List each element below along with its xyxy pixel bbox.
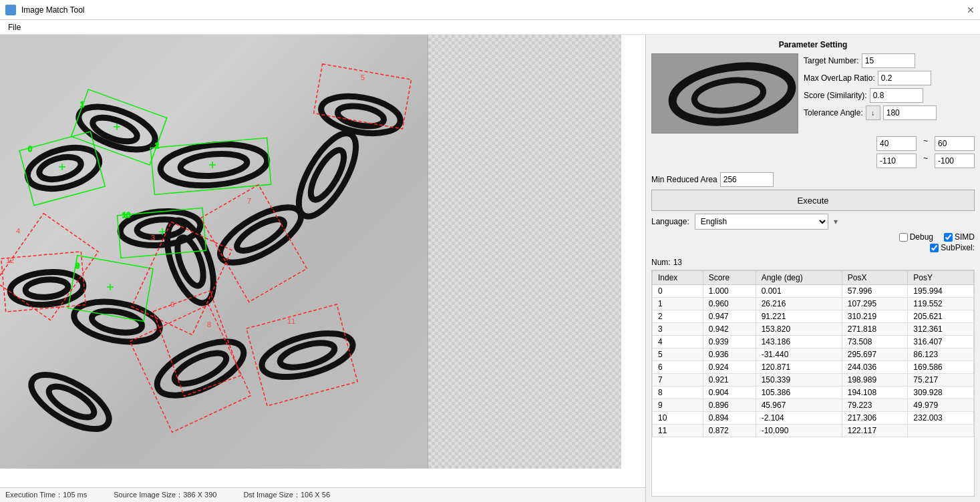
table-row: 110.872-10.090122.117 bbox=[653, 425, 974, 437]
simd-checkbox[interactable] bbox=[944, 233, 953, 242]
angle-ranges2: ~ bbox=[651, 154, 975, 168]
table-cell: 0.001 bbox=[756, 285, 842, 298]
col-score: Score bbox=[703, 271, 756, 285]
image-panels: 0 1 2 9 bbox=[0, 35, 645, 487]
table-cell: 86.123 bbox=[908, 348, 974, 361]
svg-text:0: 0 bbox=[28, 145, 32, 153]
table-cell: 0.894 bbox=[703, 412, 756, 425]
title-bar-left: Image Match Tool bbox=[5, 5, 85, 15]
svg-text:5: 5 bbox=[361, 73, 365, 81]
language-row: Language: English Chinese Japanese ▾ bbox=[651, 214, 975, 230]
subpixel-checkbox-item: SubPixel: bbox=[930, 243, 975, 252]
svg-point-17 bbox=[170, 347, 230, 391]
subpixel-checkbox[interactable] bbox=[930, 244, 939, 252]
table-cell: 9 bbox=[653, 399, 703, 412]
svg-point-24 bbox=[9, 269, 85, 307]
table-row: 20.94791.221310.219205.621 bbox=[653, 310, 974, 323]
table-cell: -31.440 bbox=[756, 348, 842, 361]
svg-text:4: 4 bbox=[16, 227, 20, 235]
status-bar: Execution Time：105 ms Source Image Size：… bbox=[0, 487, 645, 502]
table-cell: 195.994 bbox=[908, 285, 974, 298]
image-overlay: 0 1 2 9 bbox=[0, 35, 428, 469]
max-overlap-row: Max OverLap Ratio: bbox=[804, 71, 975, 85]
close-button[interactable]: ✕ bbox=[967, 5, 975, 15]
table-cell: 8 bbox=[653, 387, 703, 399]
table-cell: 5 bbox=[653, 348, 703, 361]
table-cell: 7 bbox=[653, 374, 703, 387]
results-table-container[interactable]: Index Score Angle (deg) PosX PosY 01.000… bbox=[651, 270, 975, 497]
table-row: 100.894-2.104217.306232.003 bbox=[653, 412, 974, 425]
angle-range2-min[interactable] bbox=[876, 154, 917, 168]
language-label: Language: bbox=[651, 217, 689, 226]
svg-text:2: 2 bbox=[155, 142, 159, 150]
menu-bar: File bbox=[0, 20, 980, 35]
col-index: Index bbox=[653, 271, 703, 285]
angle-range1-max[interactable] bbox=[935, 136, 975, 151]
score-label: Score (Similarity): bbox=[804, 91, 867, 100]
table-row: 70.921150.339198.98975.217 bbox=[653, 374, 974, 387]
window-title: Image Match Tool bbox=[21, 5, 85, 15]
subpixel-label: SubPixel: bbox=[941, 243, 975, 252]
svg-point-25 bbox=[25, 278, 69, 298]
svg-text:6: 6 bbox=[170, 300, 174, 308]
table-cell: 49.979 bbox=[908, 399, 974, 412]
tolerance-arrow-button[interactable]: ↓ bbox=[866, 105, 880, 120]
max-overlap-input[interactable] bbox=[878, 71, 931, 85]
param-title: Parameter Setting bbox=[651, 40, 975, 49]
table-cell: 0.872 bbox=[703, 425, 756, 437]
angle-range1-min[interactable] bbox=[876, 136, 917, 151]
execute-button[interactable]: Execute bbox=[651, 190, 975, 211]
target-number-input[interactable] bbox=[862, 53, 915, 68]
svg-text:8: 8 bbox=[207, 320, 211, 328]
col-posy: PosY bbox=[908, 271, 974, 285]
score-row: Score (Similarity): bbox=[804, 88, 975, 103]
source-image-panel: 0 1 2 9 bbox=[0, 35, 428, 469]
svg-point-19 bbox=[90, 308, 144, 336]
table-cell: 271.818 bbox=[842, 323, 908, 336]
file-menu[interactable]: File bbox=[3, 21, 26, 33]
simd-label: SIMD bbox=[955, 232, 975, 242]
score-input[interactable] bbox=[870, 88, 923, 103]
table-cell: 232.003 bbox=[908, 412, 974, 425]
table-cell: 310.219 bbox=[842, 310, 908, 323]
dst-size: Dst Image Size：106 X 56 bbox=[243, 490, 330, 500]
table-cell: 0.942 bbox=[703, 323, 756, 336]
min-reduced-input[interactable] bbox=[720, 172, 774, 187]
svg-point-15 bbox=[232, 214, 288, 256]
param-top-area: Target Number: Max OverLap Ratio: Score … bbox=[651, 53, 975, 134]
debug-label: Debug bbox=[910, 232, 933, 242]
svg-text:11: 11 bbox=[287, 317, 295, 325]
table-cell: 150.339 bbox=[756, 374, 842, 387]
table-cell: 205.621 bbox=[908, 310, 974, 323]
table-cell: 0.960 bbox=[703, 298, 756, 310]
execution-time: Execution Time：105 ms bbox=[5, 490, 87, 500]
table-cell: 217.306 bbox=[842, 412, 908, 425]
svg-text:3: 3 bbox=[151, 234, 155, 242]
svg-point-10 bbox=[318, 91, 403, 139]
parameter-section: Parameter Setting Target Number: bbox=[651, 40, 975, 252]
table-cell: 316.407 bbox=[908, 336, 974, 348]
tolerance-input[interactable] bbox=[883, 105, 937, 120]
svg-text:10: 10 bbox=[122, 211, 130, 219]
table-cell: 169.586 bbox=[908, 361, 974, 374]
svg-text:7: 7 bbox=[247, 197, 251, 205]
num-label: Num: bbox=[651, 258, 671, 267]
table-cell: 11 bbox=[653, 425, 703, 437]
main-content: 0 1 2 9 bbox=[0, 35, 980, 502]
table-cell: 0.904 bbox=[703, 387, 756, 399]
table-cell: 2 bbox=[653, 310, 703, 323]
debug-checkbox-item: Debug bbox=[899, 232, 933, 242]
param-fields: Target Number: Max OverLap Ratio: Score … bbox=[804, 53, 975, 134]
language-select[interactable]: English Chinese Japanese bbox=[695, 214, 828, 230]
table-cell: 26.216 bbox=[756, 298, 842, 310]
svg-text:9: 9 bbox=[75, 262, 79, 270]
table-cell: 309.928 bbox=[908, 387, 974, 399]
table-cell bbox=[908, 425, 974, 437]
angle-range2-max[interactable] bbox=[935, 154, 975, 168]
title-bar: Image Match Tool ✕ bbox=[0, 0, 980, 20]
template-clip-svg bbox=[652, 54, 798, 134]
table-cell: 143.186 bbox=[756, 336, 842, 348]
debug-checkbox[interactable] bbox=[899, 233, 908, 242]
table-cell: 45.967 bbox=[756, 399, 842, 412]
subpixel-row: SubPixel: bbox=[651, 243, 975, 252]
